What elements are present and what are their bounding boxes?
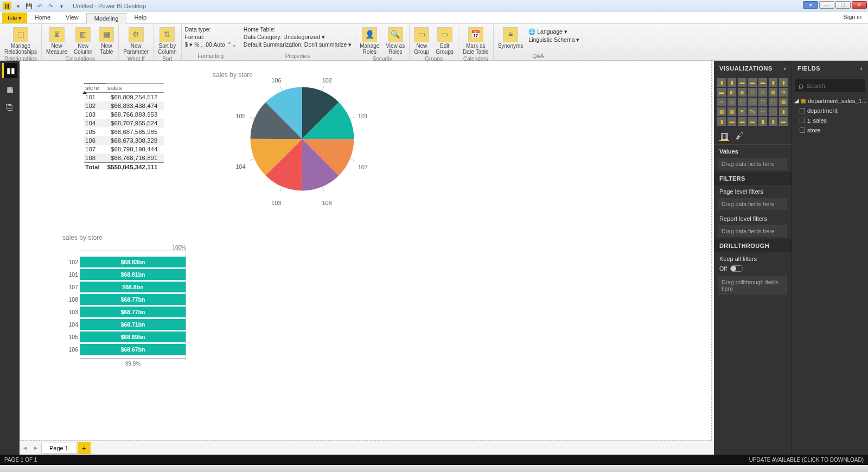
collapse-icon[interactable]: › (784, 65, 786, 72)
update-available-link[interactable]: UPDATE AVAILABLE (CLICK TO DOWNLOAD) (749, 457, 864, 463)
field-store[interactable]: store (792, 125, 868, 135)
redo-icon[interactable]: ↷ (46, 1, 55, 11)
help-button[interactable]: ▾ (803, 1, 818, 9)
field-table[interactable]: ◢▦department_sales_1... (792, 95, 868, 106)
viz-type-icon[interactable]: ▦ (727, 107, 736, 116)
new-group-button[interactable]: ▭New Group (413, 26, 430, 56)
report-filters-dropzone[interactable]: Drag data fields here (718, 225, 787, 237)
viz-type-icon[interactable]: Py (748, 107, 757, 116)
viz-type-icon[interactable]: ▬ (727, 117, 736, 126)
viz-type-icon[interactable]: ▦ (779, 98, 788, 106)
field-department[interactable]: department (792, 106, 868, 116)
viz-type-icon[interactable]: ▬ (748, 78, 757, 87)
table-visual[interactable]: storesales101$68,809,254,512102$68,833,4… (84, 83, 164, 171)
tab-file[interactable]: File▾ (2, 12, 27, 23)
viz-type-icon[interactable]: ▮ (727, 78, 736, 87)
viz-type-icon[interactable]: ▿ (717, 98, 726, 106)
sort-by-column-button[interactable]: ⇅Sort by Column (157, 26, 177, 56)
fields-tab-icon[interactable]: ▥ (719, 131, 729, 141)
viz-type-icon[interactable]: ⋯ (758, 107, 767, 116)
viz-type-icon[interactable]: ⬚ (769, 98, 777, 106)
field-sales[interactable]: Σsales (792, 116, 868, 125)
viz-type-icon[interactable]: ⬯ (748, 88, 757, 97)
viz-type-icon[interactable]: ◔ (779, 88, 788, 97)
viz-type-icon[interactable]: ▮ (779, 78, 788, 87)
manage-relationships-button[interactable]: ⬚Manage Relationships (3, 26, 38, 56)
default-summ-dropdown[interactable]: Default Summarization: Don't summarize ▾ (244, 41, 352, 48)
viz-type-icon[interactable]: ▮ (769, 117, 777, 126)
checkbox-icon[interactable] (800, 108, 805, 113)
save-icon[interactable]: 💾 (24, 1, 34, 11)
viz-type-icon[interactable]: ▬ (738, 78, 746, 87)
collapse-icon[interactable]: › (860, 65, 863, 72)
viz-type-icon[interactable]: ▬ (758, 78, 767, 87)
minimize-button[interactable]: — (819, 1, 834, 9)
viz-type-icon[interactable]: ⬯ (758, 88, 767, 97)
bar-visual[interactable]: sales by store 100% 102$68.83bn101$68.81… (62, 234, 203, 367)
page-tab-1[interactable]: Page 1 (41, 443, 76, 454)
tab-help[interactable]: Help (126, 12, 154, 23)
language-dropdown[interactable]: 🌐 Language ▾ (528, 28, 579, 35)
viz-type-icon[interactable]: ▬ (779, 117, 788, 126)
pie-visual[interactable]: 102101107108103104105106 (213, 71, 392, 196)
manage-roles-button[interactable]: 👤Manage Roles (359, 26, 380, 56)
viz-type-icon[interactable]: ▮ (758, 117, 767, 126)
page-prev-button[interactable]: ◄ (20, 445, 30, 451)
viz-type-icon[interactable]: ◐ (727, 88, 736, 97)
dropdown-icon[interactable]: ▾ (13, 1, 23, 11)
drillthrough-dropzone[interactable]: Drag drillthrough fields here (718, 276, 787, 295)
undo-icon[interactable]: ↶ (35, 1, 44, 11)
format-symbols[interactable]: $ ▾ % , .00 Auto ⌃⌄ (185, 41, 237, 48)
viz-type-icon[interactable]: ▮ (717, 78, 726, 87)
data-type-dropdown[interactable]: Data type: (185, 26, 237, 33)
checkbox-icon[interactable] (800, 118, 805, 123)
report-view-button[interactable]: ▮▮ (2, 63, 17, 78)
report-canvas[interactable]: sales by store storesales101$68,809,254,… (20, 61, 712, 441)
viz-type-icon[interactable]: ▬ (748, 117, 757, 126)
edit-groups-button[interactable]: ▭Edit Groups (435, 26, 455, 56)
tab-home[interactable]: Home (27, 12, 58, 23)
viz-type-icon[interactable]: ▬ (738, 117, 746, 126)
maximize-button[interactable]: ❐ (835, 1, 851, 9)
new-table-button[interactable]: ▦New Table (98, 26, 115, 56)
viz-type-icon[interactable]: ▮ (769, 78, 777, 87)
viz-type-icon[interactable]: … (769, 107, 777, 116)
synonyms-button[interactable]: ≡Synonyms (497, 26, 525, 50)
page-next-button[interactable]: ► (30, 445, 41, 451)
data-category-dropdown[interactable]: Data Category: Uncategorized ▾ (244, 34, 352, 40)
viz-type-icon[interactable]: ⬚ (758, 98, 767, 106)
viz-type-icon[interactable]: ▮ (717, 117, 726, 126)
viz-type-icon[interactable]: ⬚ (748, 98, 757, 106)
search-input[interactable] (806, 82, 861, 89)
linguistic-schema-dropdown[interactable]: Linguistic Schema ▾ (528, 36, 579, 43)
format-tab-icon[interactable]: 🖌 (735, 131, 744, 141)
home-table-dropdown[interactable]: Home Table: (244, 26, 352, 33)
keep-filters-toggle[interactable] (730, 265, 743, 272)
view-as-roles-button[interactable]: 🔍View as Roles (385, 26, 406, 56)
values-dropzone[interactable]: Drag data fields here (718, 158, 787, 170)
sign-in-link[interactable]: Sign in (843, 14, 861, 20)
viz-type-icon[interactable]: ⬚ (738, 98, 746, 106)
qat-more-icon[interactable]: ▾ (56, 1, 66, 11)
fields-search[interactable]: ⌕ (795, 79, 865, 92)
page-filters-dropzone[interactable]: Drag data fields here (718, 198, 787, 210)
viz-type-icon[interactable]: ▱ (727, 98, 736, 106)
viz-type-icon[interactable]: ▦ (769, 88, 777, 97)
add-page-button[interactable]: + (78, 442, 91, 454)
tab-view[interactable]: View (58, 12, 86, 23)
viz-type-icon[interactable]: ◉ (738, 88, 746, 97)
viz-type-icon[interactable]: ▬ (717, 88, 726, 97)
close-button[interactable]: ✕ (852, 1, 867, 9)
tab-modeling[interactable]: Modeling (86, 13, 127, 24)
model-view-button[interactable]: ⿻ (2, 100, 17, 115)
viz-type-icon[interactable]: ▮ (779, 107, 788, 116)
checkbox-icon[interactable] (800, 127, 805, 133)
mark-date-table-button[interactable]: 📅Mark as Date Table (462, 26, 490, 56)
new-measure-button[interactable]: 🖩New Measure (45, 26, 68, 56)
viz-type-icon[interactable]: ▦ (717, 107, 726, 116)
viz-type-icon[interactable]: R (738, 107, 746, 116)
new-column-button[interactable]: ▥New Column (73, 26, 93, 56)
new-parameter-button[interactable]: ⚙New Parameter (122, 26, 150, 56)
data-view-button[interactable]: ▦ (2, 81, 17, 97)
format-dropdown[interactable]: Format: (185, 34, 237, 40)
